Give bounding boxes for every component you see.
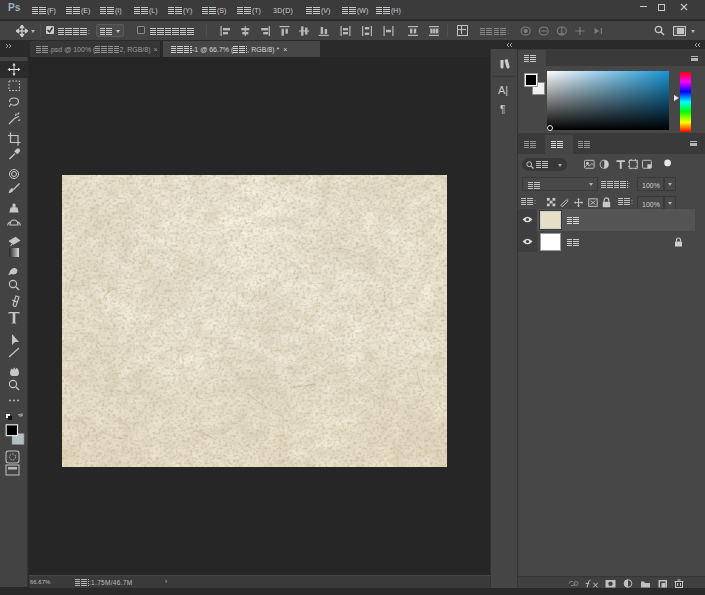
svg-text:¶: ¶: [500, 104, 505, 115]
svg-text:A|: A|: [498, 84, 508, 96]
